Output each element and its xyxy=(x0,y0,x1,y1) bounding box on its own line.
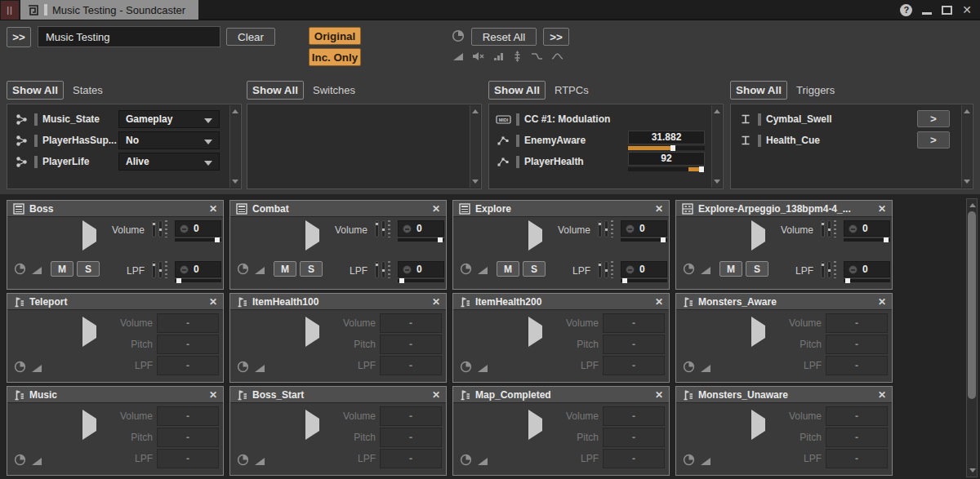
module-header[interactable]: Monsters_Aware ✕ xyxy=(676,294,892,310)
mute-button[interactable]: M xyxy=(719,261,742,277)
more-options-button[interactable]: >> xyxy=(543,28,569,46)
module-header[interactable]: Music ✕ xyxy=(7,387,223,403)
scroll-down-icon[interactable] xyxy=(472,180,479,184)
slider-handle[interactable] xyxy=(670,145,675,151)
original-toggle[interactable]: Original xyxy=(309,27,361,45)
close-window-icon[interactable]: ✕ xyxy=(962,4,972,16)
volume-meter-icon[interactable] xyxy=(493,51,504,62)
pitch-updown-icon[interactable] xyxy=(512,51,523,62)
reset-all-button[interactable]: Reset All xyxy=(471,28,537,46)
triggers-scrollbar[interactable] xyxy=(961,105,972,188)
lpf-slider[interactable] xyxy=(844,279,890,282)
slider-handle[interactable] xyxy=(699,166,704,172)
close-module-icon[interactable]: ✕ xyxy=(209,203,217,215)
rtpcs-scrollbar[interactable] xyxy=(711,105,722,188)
pitch-field[interactable]: - xyxy=(603,335,665,354)
clear-button[interactable]: Clear xyxy=(226,28,275,46)
lpf-field[interactable]: - xyxy=(603,449,665,468)
volume-slider[interactable] xyxy=(844,238,890,242)
lpf-field[interactable]: 0 xyxy=(844,261,890,277)
volume-field[interactable]: - xyxy=(603,406,665,426)
lpf-slider[interactable] xyxy=(621,279,667,282)
slider-handle[interactable] xyxy=(399,278,404,283)
lpf-field[interactable]: 0 xyxy=(175,261,221,277)
module-header[interactable]: Teleport ✕ xyxy=(7,294,223,310)
scroll-down-icon[interactable] xyxy=(969,468,976,472)
lpf-field[interactable]: - xyxy=(603,356,665,375)
help-icon[interactable]: ? xyxy=(900,4,912,16)
scroll-up-icon[interactable] xyxy=(969,203,976,207)
volume-field[interactable]: - xyxy=(380,406,442,426)
dock-handle[interactable]: || xyxy=(1,1,19,20)
mute-button[interactable]: M xyxy=(51,261,74,277)
scroll-down-icon[interactable] xyxy=(964,180,970,184)
mute-button[interactable]: M xyxy=(497,261,519,277)
slider-handle[interactable] xyxy=(215,237,220,242)
pitch-field[interactable]: - xyxy=(157,428,219,447)
volume-field[interactable]: - xyxy=(157,313,219,333)
volume-field[interactable]: 0 xyxy=(175,220,221,237)
state-value-dropdown[interactable]: No xyxy=(118,131,220,149)
lpf-field[interactable]: - xyxy=(380,449,442,468)
scrollbar-thumb[interactable] xyxy=(968,211,976,399)
soundcaster-tab[interactable]: Music Testing - Soundcaster xyxy=(20,0,198,20)
module-header[interactable]: Explore-Arpeggio_138bpm4-4_... ✕ xyxy=(676,201,892,217)
mute-icon[interactable] xyxy=(472,51,485,62)
scroll-up-icon[interactable] xyxy=(714,109,720,113)
slider-handle[interactable] xyxy=(622,278,627,283)
fade-ramp-icon[interactable] xyxy=(452,51,464,62)
rtpc-slider[interactable] xyxy=(628,167,705,171)
rtpc-slider[interactable] xyxy=(628,146,705,150)
close-module-icon[interactable]: ✕ xyxy=(209,389,217,401)
close-module-icon[interactable]: ✕ xyxy=(878,389,886,401)
lpf-field[interactable]: 0 xyxy=(621,261,667,277)
expand-button[interactable]: >> xyxy=(7,27,31,47)
close-module-icon[interactable]: ✕ xyxy=(432,389,440,401)
pitch-field[interactable]: - xyxy=(157,335,219,354)
post-trigger-button[interactable]: > xyxy=(917,131,950,149)
module-header[interactable]: ItemHealth100 ✕ xyxy=(230,294,446,310)
scroll-down-icon[interactable] xyxy=(232,180,238,184)
close-module-icon[interactable]: ✕ xyxy=(432,203,440,215)
state-value-dropdown[interactable]: Alive xyxy=(118,153,220,171)
module-header[interactable]: Monsters_Unaware ✕ xyxy=(676,387,892,403)
volume-field[interactable]: 0 xyxy=(844,220,890,237)
hpf-curve-icon[interactable] xyxy=(551,51,564,62)
timer-icon[interactable] xyxy=(452,29,465,42)
slider-handle[interactable] xyxy=(661,237,666,242)
slider-handle[interactable] xyxy=(438,237,443,242)
show-all-states-button[interactable]: Show All xyxy=(7,81,64,100)
lpf-field[interactable]: - xyxy=(826,449,888,468)
show-all-rtpcs-button[interactable]: Show All xyxy=(488,81,546,100)
show-all-switches-button[interactable]: Show All xyxy=(247,81,304,100)
state-value-dropdown[interactable]: Gameplay xyxy=(118,110,220,128)
module-header[interactable]: Boss_Start ✕ xyxy=(230,387,446,403)
module-header[interactable]: Boss ✕ xyxy=(7,201,223,217)
volume-field[interactable]: 0 xyxy=(398,220,444,237)
volume-field[interactable]: - xyxy=(826,313,888,333)
close-module-icon[interactable]: ✕ xyxy=(655,389,663,401)
scroll-up-icon[interactable] xyxy=(964,109,970,113)
module-header[interactable]: Map_Completed ✕ xyxy=(453,387,669,403)
states-scrollbar[interactable] xyxy=(229,105,240,188)
close-module-icon[interactable]: ✕ xyxy=(655,203,663,215)
switches-scrollbar[interactable] xyxy=(470,105,480,188)
slider-handle[interactable] xyxy=(845,278,850,283)
lpf-field[interactable]: - xyxy=(826,356,888,375)
scroll-up-icon[interactable] xyxy=(232,109,238,113)
lpf-slider[interactable] xyxy=(398,279,444,282)
minimize-icon[interactable] xyxy=(922,12,932,15)
inclusion-only-toggle[interactable]: Inc. Only xyxy=(309,48,361,66)
session-name-input[interactable] xyxy=(38,26,220,47)
module-header[interactable]: ItemHealth200 ✕ xyxy=(453,294,669,310)
pitch-field[interactable]: - xyxy=(603,428,665,447)
volume-field[interactable]: - xyxy=(826,406,888,426)
module-header[interactable]: Combat ✕ xyxy=(230,201,446,217)
pitch-field[interactable]: - xyxy=(380,335,442,354)
pitch-field[interactable]: - xyxy=(380,428,442,447)
mute-button[interactable]: M xyxy=(274,261,296,277)
lpf-field[interactable]: - xyxy=(157,356,219,375)
volume-slider[interactable] xyxy=(398,238,444,242)
pitch-field[interactable]: - xyxy=(826,335,888,354)
slider-handle[interactable] xyxy=(176,278,181,283)
